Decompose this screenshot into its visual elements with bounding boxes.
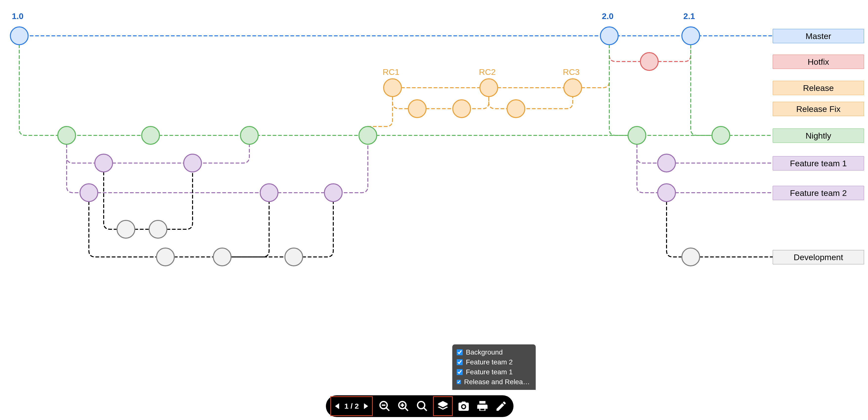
svg-point-7 (480, 79, 498, 97)
lane-master: Master (773, 29, 864, 43)
diagram-svg (0, 0, 868, 420)
rc-label: RC1 (383, 67, 399, 77)
lane-feature1: Feature team 1 (773, 156, 864, 171)
rc-label: RC2 (479, 67, 496, 77)
layer-checkbox[interactable] (457, 349, 463, 355)
svg-point-24 (149, 220, 167, 238)
svg-line-33 (405, 408, 408, 411)
print-button[interactable] (474, 398, 490, 414)
svg-point-5 (408, 100, 426, 118)
layer-checkbox[interactable] (457, 359, 463, 365)
lane-releasefix: Release Fix (773, 102, 864, 116)
svg-point-22 (658, 184, 676, 202)
svg-point-25 (157, 248, 174, 266)
svg-line-30 (386, 408, 390, 411)
svg-point-14 (628, 126, 646, 144)
print-icon (476, 400, 489, 412)
triangle-left-icon (333, 400, 342, 412)
svg-point-15 (712, 126, 730, 144)
svg-point-13 (359, 126, 377, 144)
zoom-in-button[interactable] (396, 398, 411, 414)
prev-page-button[interactable] (333, 398, 342, 414)
version-label: 2.1 (683, 11, 695, 21)
version-label: 1.0 (12, 11, 24, 21)
pencil-icon (495, 400, 507, 412)
svg-point-19 (80, 184, 98, 202)
svg-point-36 (418, 401, 425, 409)
page-indicator: 1 / 2 (342, 402, 361, 410)
layers-popup: Background Feature team 2 Feature team 1… (452, 344, 536, 390)
toolbar: 1 / 2 (326, 395, 514, 417)
next-page-button[interactable] (361, 398, 371, 414)
lane-release: Release (773, 81, 864, 95)
camera-icon (458, 400, 470, 412)
rc-label: RC3 (563, 67, 580, 77)
svg-point-16 (95, 154, 113, 172)
svg-point-10 (58, 126, 75, 144)
page-navigation: 1 / 2 (330, 396, 373, 416)
svg-point-18 (658, 154, 676, 172)
svg-point-3 (640, 53, 658, 70)
triangle-right-icon (361, 400, 371, 412)
svg-point-12 (241, 126, 258, 144)
svg-point-11 (142, 126, 159, 144)
lane-nightly: Nightly (773, 128, 864, 143)
svg-point-28 (682, 248, 700, 266)
zoom-fit-button[interactable] (414, 398, 430, 414)
svg-point-21 (324, 184, 342, 202)
svg-point-4 (384, 79, 401, 97)
layers-button[interactable] (433, 396, 453, 416)
diagram-canvas: 1.0 2.0 2.1 RC1 RC2 RC3 Master Hotfix Re… (0, 0, 868, 420)
layer-row[interactable]: Feature team 2 (456, 357, 530, 367)
svg-point-20 (260, 184, 278, 202)
layers-icon (437, 400, 449, 412)
svg-point-6 (453, 100, 470, 118)
lane-feature2: Feature team 2 (773, 186, 864, 200)
layer-row[interactable]: Release and Relea… (456, 377, 530, 387)
magnifier-icon (416, 400, 428, 412)
svg-point-26 (213, 248, 231, 266)
svg-point-17 (184, 154, 202, 172)
svg-line-37 (424, 408, 427, 411)
layer-label: Feature team 2 (466, 358, 513, 366)
layer-checkbox[interactable] (457, 369, 463, 375)
screenshot-button[interactable] (456, 398, 471, 414)
layer-label: Feature team 1 (466, 368, 513, 376)
layer-checkbox[interactable] (457, 379, 461, 385)
zoom-out-button[interactable] (377, 398, 393, 414)
layer-label: Release and Relea… (464, 378, 530, 386)
zoom-out-icon (378, 400, 391, 412)
svg-point-8 (507, 100, 525, 118)
layer-row[interactable]: Feature team 1 (456, 367, 530, 377)
svg-point-0 (10, 27, 28, 45)
lane-hotfix: Hotfix (773, 55, 864, 69)
zoom-in-icon (397, 400, 409, 412)
svg-point-1 (600, 27, 618, 45)
edit-button[interactable] (493, 398, 509, 414)
version-label: 2.0 (602, 11, 614, 21)
layer-row[interactable]: Background (456, 348, 530, 357)
svg-point-9 (564, 79, 582, 97)
svg-point-23 (117, 220, 135, 238)
svg-point-2 (682, 27, 700, 45)
layer-label: Background (466, 348, 503, 356)
svg-point-27 (285, 248, 303, 266)
lane-development: Development (773, 250, 864, 264)
